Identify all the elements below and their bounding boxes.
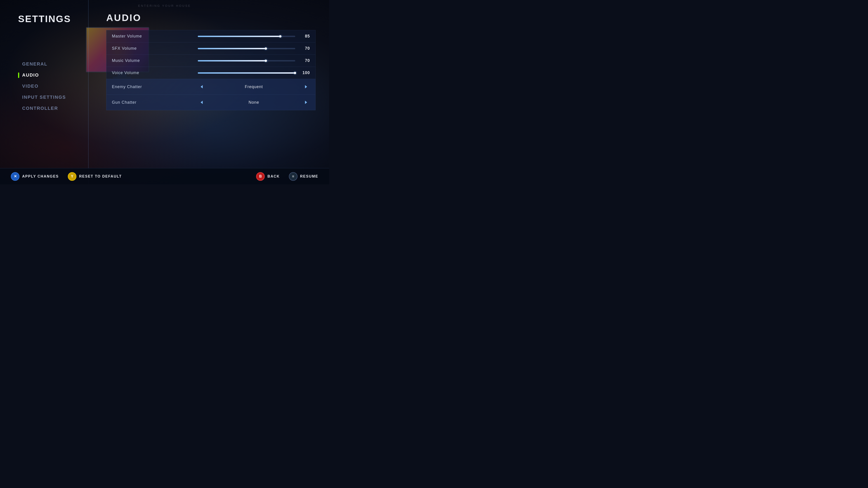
setting-row-music-volume: Music Volume 70 bbox=[106, 55, 315, 67]
back-label: BACK bbox=[268, 174, 280, 178]
setting-row-enemy-chatter: Enemy Chatter Frequent bbox=[106, 79, 315, 94]
slider-fill-voice-volume bbox=[198, 72, 295, 74]
nav-list: GENERAL AUDIO VIDEO INPUT SETTINGS CONTR… bbox=[18, 61, 88, 112]
reset-to-default-label: RESET TO DEFAULT bbox=[79, 174, 122, 178]
slider-container-voice-volume[interactable]: 100 bbox=[198, 70, 310, 75]
svg-marker-2 bbox=[201, 101, 203, 104]
slider-value-sfx-volume: 70 bbox=[300, 46, 310, 51]
settings-list: Master Volume 85 SFX Volume 70 Music Vol… bbox=[106, 30, 315, 110]
settings-title: SETTINGS bbox=[18, 13, 88, 24]
slider-value-voice-volume: 100 bbox=[300, 70, 310, 75]
slider-value-master-volume: 85 bbox=[300, 34, 310, 39]
setting-label-voice-volume: Voice Volume bbox=[112, 70, 198, 75]
sidebar-item-general[interactable]: GENERAL bbox=[18, 61, 88, 68]
resume-label: RESUME bbox=[300, 174, 318, 178]
slider-container-sfx-volume[interactable]: 70 bbox=[198, 46, 310, 51]
setting-row-gun-chatter: Gun Chatter None bbox=[106, 94, 315, 110]
slider-track-master-volume[interactable] bbox=[198, 36, 295, 37]
slider-value-music-volume: 70 bbox=[300, 58, 310, 63]
apply-changes-button[interactable]: ✕ APPLY CHANGES bbox=[9, 171, 61, 182]
reset-to-default-button[interactable]: Y RESET TO DEFAULT bbox=[66, 171, 124, 182]
enemy-chatter-next-button[interactable] bbox=[302, 83, 310, 91]
setting-row-master-volume: Master Volume 85 bbox=[106, 30, 315, 42]
b-button-icon: B bbox=[256, 172, 265, 181]
selector-container-enemy-chatter: Frequent bbox=[198, 83, 310, 91]
svg-marker-1 bbox=[305, 85, 307, 89]
sidebar-item-controller[interactable]: CONTROLLER bbox=[18, 105, 88, 112]
slider-track-sfx-volume[interactable] bbox=[198, 48, 295, 49]
sidebar-item-input-settings[interactable]: INPUT SETTINGS bbox=[18, 94, 88, 101]
apply-changes-label: APPLY CHANGES bbox=[22, 174, 59, 178]
svg-marker-0 bbox=[201, 85, 203, 89]
main-content: AUDIO Master Volume 85 SFX Volume 70 bbox=[93, 0, 329, 184]
bottom-bar-left: ✕ APPLY CHANGES Y RESET TO DEFAULT bbox=[9, 171, 124, 182]
setting-row-sfx-volume: SFX Volume 70 bbox=[106, 42, 315, 55]
bottom-bar: ✕ APPLY CHANGES Y RESET TO DEFAULT B BAC… bbox=[0, 168, 329, 184]
gun-chatter-prev-button[interactable] bbox=[198, 98, 206, 106]
setting-row-voice-volume: Voice Volume 100 bbox=[106, 67, 315, 79]
setting-label-enemy-chatter: Enemy Chatter bbox=[112, 85, 198, 89]
x-button-icon: ✕ bbox=[11, 172, 20, 181]
sidebar-divider bbox=[88, 0, 89, 184]
slider-fill-sfx-volume bbox=[198, 48, 266, 49]
gun-chatter-value: None bbox=[206, 100, 302, 105]
gun-chatter-next-button[interactable] bbox=[302, 98, 310, 106]
menu-button-icon: ≡ bbox=[289, 172, 298, 181]
resume-button[interactable]: ≡ RESUME bbox=[287, 171, 320, 182]
slider-track-music-volume[interactable] bbox=[198, 60, 295, 61]
back-button[interactable]: B BACK bbox=[254, 171, 281, 182]
enemy-chatter-prev-button[interactable] bbox=[198, 83, 206, 91]
slider-track-voice-volume[interactable] bbox=[198, 72, 295, 74]
section-title: AUDIO bbox=[106, 12, 315, 23]
slider-container-music-volume[interactable]: 70 bbox=[198, 58, 310, 63]
setting-label-gun-chatter: Gun Chatter bbox=[112, 100, 198, 105]
sidebar-item-audio[interactable]: AUDIO bbox=[18, 72, 88, 78]
svg-marker-3 bbox=[305, 101, 307, 104]
sidebar-item-video[interactable]: VIDEO bbox=[18, 83, 88, 90]
setting-label-sfx-volume: SFX Volume bbox=[112, 46, 198, 51]
sidebar: SETTINGS GENERAL AUDIO VIDEO INPUT SETTI… bbox=[0, 0, 88, 184]
y-button-icon: Y bbox=[68, 172, 76, 181]
setting-label-master-volume: Master Volume bbox=[112, 34, 198, 39]
slider-fill-master-volume bbox=[198, 36, 281, 37]
bottom-bar-right: B BACK ≡ RESUME bbox=[254, 171, 320, 182]
enemy-chatter-value: Frequent bbox=[206, 85, 302, 89]
selector-container-gun-chatter: None bbox=[198, 98, 310, 106]
slider-fill-music-volume bbox=[198, 60, 266, 61]
slider-container-master-volume[interactable]: 85 bbox=[198, 34, 310, 39]
setting-label-music-volume: Music Volume bbox=[112, 58, 198, 63]
